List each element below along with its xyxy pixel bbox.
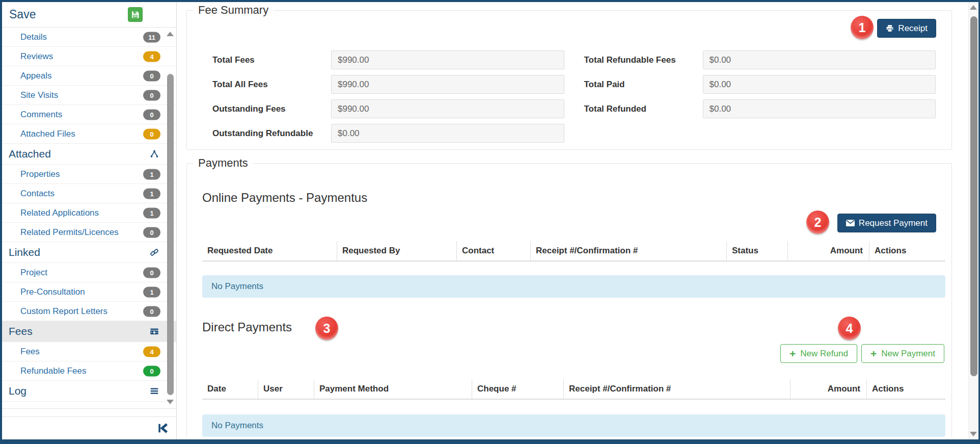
field-label: Total Refunded — [584, 104, 703, 114]
sidebar-item-label: Contacts — [20, 189, 55, 199]
sidebar-item-refundable-fees[interactable]: Refundable Fees0 — [2, 361, 176, 381]
column-header: User — [258, 379, 314, 399]
link-icon — [150, 248, 159, 257]
count-badge: 0 — [143, 90, 160, 100]
sidebar-item-label: Comments — [20, 110, 62, 120]
scroll-up-arrow-icon[interactable] — [970, 5, 977, 10]
field-label: Total Fees — [212, 55, 331, 65]
sidebar-item-reviews[interactable]: Reviews4 — [2, 47, 176, 66]
sidebar-section-log[interactable]: Log — [2, 381, 176, 402]
sidebar-scrollbar[interactable] — [167, 32, 174, 404]
total-paid-input[interactable] — [703, 75, 936, 94]
money-icon — [150, 327, 159, 336]
total-fees-input[interactable] — [331, 50, 564, 69]
sidebar-section-attached[interactable]: Attached — [2, 144, 176, 165]
table-header-row: Date User Payment Method Cheque # Receip… — [202, 379, 945, 400]
count-badge: 0 — [143, 227, 160, 238]
sidebar-item-label: Project — [20, 268, 47, 278]
sidebar-item-site-visits[interactable]: Site Visits0 — [2, 86, 176, 105]
column-header: Receipt #/Confirmation # — [564, 379, 791, 399]
receipt-button-label: Receipt — [898, 23, 928, 34]
field-label: Total Refundable Fees — [584, 55, 703, 65]
no-payments-row: No Payments — [202, 275, 945, 298]
collapse-left-icon — [157, 422, 169, 434]
sidebar-item-label: Refundable Fees — [20, 366, 86, 376]
plus-icon: + — [870, 348, 877, 359]
sidebar-item-label: Properties — [20, 169, 60, 179]
outstanding-refundable-input[interactable] — [331, 124, 564, 143]
count-badge: 1 — [143, 207, 160, 218]
scroll-down-arrow-icon[interactable] — [167, 400, 174, 404]
sidebar-section-fees[interactable]: Fees — [2, 321, 176, 342]
sidebar-item-label: Related Permits/Licences — [20, 227, 119, 238]
field-label: Outstanding Refundable — [212, 128, 331, 139]
sidebar-section-linked[interactable]: Linked — [2, 242, 176, 263]
total-all-fees-input[interactable] — [331, 75, 564, 94]
direct-payments-actions: + New Refund + New Payment — [780, 344, 944, 363]
sidebar-divider — [2, 408, 176, 416]
sidebar-item-label: Related Applications — [20, 208, 99, 218]
collapse-sidebar-button[interactable] — [157, 422, 169, 434]
count-badge: 0 — [143, 70, 160, 81]
scroll-down-arrow-icon[interactable] — [970, 432, 977, 436]
column-header: Receipt #/Confirmation # — [531, 241, 727, 260]
envelope-icon — [846, 220, 855, 226]
scroll-up-arrow-icon[interactable] — [167, 32, 174, 36]
column-header: Status — [727, 241, 788, 260]
page-scrollbar[interactable] — [968, 2, 978, 439]
sidebar-item-label: Reviews — [20, 51, 53, 62]
count-badge: 1 — [143, 188, 160, 199]
annotation-badge-1: 1 — [851, 16, 874, 39]
sidebar-item-related-permits-licences[interactable]: Related Permits/Licences0 — [2, 223, 176, 242]
field-label: Total Paid — [584, 80, 703, 90]
column-header: Contact — [457, 241, 531, 260]
receipt-button[interactable]: Receipt — [877, 19, 936, 38]
annotation-badge-2: 2 — [806, 211, 829, 234]
column-header: Requested By — [337, 241, 457, 260]
direct-payments-heading: Direct Payments — [202, 320, 292, 335]
count-badge: 4 — [143, 346, 160, 357]
sidebar-item-fees[interactable]: Fees4 — [2, 342, 176, 361]
request-payment-button[interactable]: Request Payment — [837, 214, 936, 232]
new-payment-button[interactable]: + New Payment — [861, 344, 944, 363]
new-payment-button-label: New Payment — [881, 349, 935, 359]
fee-summary-legend: Fee Summary — [193, 4, 274, 17]
sidebar-scrollbar-thumb[interactable] — [167, 74, 174, 395]
fee-summary-section: Fee Summary 1 Receipt Total Fees Total A… — [186, 10, 952, 150]
column-header: Payment Method — [314, 379, 472, 399]
sidebar-item-details[interactable]: Details11 — [2, 28, 176, 47]
sidebar-item-contacts[interactable]: Contacts1 — [2, 184, 176, 203]
new-refund-button[interactable]: + New Refund — [780, 344, 857, 363]
total-refunded-input[interactable] — [703, 99, 936, 118]
total-refundable-fees-input[interactable] — [703, 50, 936, 69]
sidebar-item-properties[interactable]: Properties1 — [2, 165, 176, 184]
sidebar-item-label: Details — [20, 32, 47, 42]
field-label: Outstanding Fees — [212, 104, 331, 114]
sidebar-header: Save — [2, 2, 176, 28]
column-header: Actions — [869, 241, 945, 260]
page-scrollbar-thumb[interactable] — [970, 16, 977, 376]
sidebar-item-project[interactable]: Project0 — [2, 263, 176, 282]
sidebar-item-custom-report-letters[interactable]: Custom Report Letters0 — [2, 302, 176, 321]
sidebar-item-label: Appeals — [20, 71, 51, 81]
count-badge: 0 — [143, 109, 160, 120]
outstanding-fees-input[interactable] — [331, 99, 564, 118]
online-payments-table: Requested Date Requested By Contact Rece… — [202, 241, 945, 298]
printer-icon — [886, 24, 894, 33]
sidebar-item-appeals[interactable]: Appeals0 — [2, 66, 176, 86]
payments-legend: Payments — [193, 156, 253, 170]
sidebar-item-pre-consultation[interactable]: Pre-Consultation1 — [2, 282, 176, 302]
save-button[interactable] — [128, 7, 143, 22]
count-badge: 1 — [143, 286, 160, 297]
sidebar-item-related-applications[interactable]: Related Applications1 — [2, 203, 176, 223]
sidebar-item-comments[interactable]: Comments0 — [2, 105, 176, 124]
fee-summary-fields: Total Fees Total All Fees Outstanding Fe… — [187, 11, 951, 148]
payments-section: Payments Online Payments - Paymentus 2 R… — [186, 163, 952, 437]
sidebar: Save Details11 Reviews4 Appeals0 Site Vi… — [2, 2, 177, 439]
sidebar-item-label: Custom Report Letters — [20, 306, 107, 317]
request-payment-button-label: Request Payment — [859, 218, 928, 228]
sidebar-item-label: Attached Files — [20, 129, 75, 139]
sidebar-item-attached-files[interactable]: Attached Files0 — [2, 124, 176, 144]
column-header: Requested Date — [202, 241, 337, 260]
column-header: Date — [202, 379, 258, 399]
